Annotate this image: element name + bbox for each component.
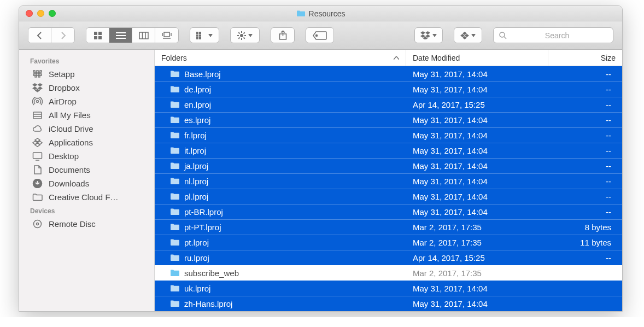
share-group <box>271 27 295 43</box>
svg-point-30 <box>316 34 318 36</box>
dropbox-icon <box>31 83 43 92</box>
file-name: Base.lproj <box>184 69 221 79</box>
svg-rect-42 <box>38 75 40 77</box>
sidebar-item[interactable]: Downloads <box>19 177 154 190</box>
file-row[interactable]: de.lprojMay 31, 2017, 14:04-- <box>155 81 622 97</box>
svg-rect-10 <box>164 32 169 37</box>
svg-point-31 <box>500 32 505 37</box>
sidebar-item[interactable]: Creative Cloud F… <box>19 190 154 204</box>
sidebar-item-label: iCloud Drive <box>49 124 93 133</box>
file-row[interactable]: it.lprojMay 31, 2017, 14:04-- <box>155 143 622 158</box>
download-icon <box>31 179 43 188</box>
view-columns-button[interactable] <box>132 27 155 43</box>
sidebar-item[interactable]: Dropbox <box>19 81 154 95</box>
file-name-cell: es.lproj <box>155 115 406 125</box>
file-list[interactable]: Base.lprojMay 31, 2017, 14:04--de.lprojM… <box>155 66 622 311</box>
sidebar-item[interactable]: AirDrop <box>19 95 154 108</box>
svg-rect-2 <box>94 36 97 39</box>
folder-icon <box>170 131 180 139</box>
file-name-cell: Base.lproj <box>155 69 406 79</box>
sidebar-item[interactable]: Documents <box>19 163 154 177</box>
desktop-icon <box>31 151 43 161</box>
search-icon <box>499 32 507 39</box>
file-row[interactable]: pt-PT.lprojMar 2, 2017, 17:358 bytes <box>155 219 622 235</box>
file-date: Apr 14, 2017, 15:25 <box>406 253 548 262</box>
column-name[interactable]: Folders <box>155 50 406 66</box>
svg-rect-15 <box>199 32 201 34</box>
sidebar-item[interactable]: Remote Disc <box>19 217 154 231</box>
file-date: May 31, 2017, 14:04 <box>406 177 548 186</box>
file-name-cell: pt.lproj <box>155 238 406 247</box>
file-size: -- <box>548 161 622 171</box>
sidebar-item-label: Desktop <box>49 151 79 161</box>
forward-button[interactable] <box>51 27 74 43</box>
file-name-cell: subscribe_web <box>155 268 406 278</box>
file-date: Mar 2, 2017, 17:35 <box>406 223 548 232</box>
disc-icon <box>31 219 43 229</box>
zoom-button[interactable] <box>49 10 56 17</box>
file-row[interactable]: uk.lprojMay 31, 2017, 14:04 <box>155 281 622 296</box>
column-date[interactable]: Date Modified <box>406 50 548 66</box>
column-size-label: Size <box>601 54 616 62</box>
grid-icon <box>31 69 43 79</box>
sidebar-item[interactable]: Setapp <box>19 67 154 81</box>
search-input[interactable] <box>507 31 607 40</box>
sidebar-item[interactable]: iCloud Drive <box>19 122 154 136</box>
file-name: fr.lproj <box>184 131 207 140</box>
file-name-cell: ja.lproj <box>155 161 406 171</box>
view-icons-button[interactable] <box>86 27 109 43</box>
svg-line-27 <box>238 37 239 38</box>
back-button[interactable] <box>28 27 51 43</box>
file-size: -- <box>548 115 622 125</box>
svg-rect-3 <box>98 36 102 39</box>
file-row[interactable]: nl.lprojMay 31, 2017, 14:04-- <box>155 173 622 189</box>
column-size[interactable]: Size <box>548 50 622 66</box>
svg-rect-19 <box>199 37 201 39</box>
file-row[interactable]: pt.lprojMar 2, 2017, 17:3511 bytes <box>155 235 622 250</box>
file-row[interactable]: ja.lprojMay 31, 2017, 14:04-- <box>155 158 622 173</box>
view-group <box>86 27 179 43</box>
sidebar-item[interactable]: Desktop <box>19 149 154 163</box>
file-row[interactable]: subscribe_webMar 2, 2017, 17:35 <box>155 265 622 281</box>
sidebar-item[interactable]: All My Files <box>19 108 154 122</box>
file-row[interactable]: pl.lprojMay 31, 2017, 14:04-- <box>155 189 622 204</box>
close-button[interactable] <box>26 10 33 17</box>
sidebar-item[interactable]: Applications <box>19 136 154 149</box>
file-date: May 31, 2017, 14:04 <box>406 192 548 201</box>
file-size: -- <box>548 69 622 79</box>
svg-line-25 <box>238 32 239 33</box>
share-button[interactable] <box>271 27 294 43</box>
sync-button[interactable] <box>454 27 482 43</box>
dropbox2-group <box>454 27 482 43</box>
file-size: -- <box>548 100 622 109</box>
tags-button[interactable] <box>306 27 333 43</box>
arrange-button[interactable] <box>190 27 219 43</box>
action-button[interactable] <box>231 27 259 43</box>
nav-group <box>28 27 75 43</box>
dropbox-button[interactable] <box>415 27 442 43</box>
file-name-cell: ru.lproj <box>155 253 406 262</box>
view-coverflow-button[interactable] <box>155 27 178 43</box>
file-name: it.lproj <box>184 146 206 155</box>
svg-line-28 <box>244 32 245 33</box>
file-row[interactable]: en.lprojApr 14, 2017, 15:25-- <box>155 97 622 112</box>
file-name-cell: pt-BR.lproj <box>155 207 406 217</box>
search-field[interactable] <box>493 27 613 43</box>
folder-icon <box>170 269 180 277</box>
file-size: -- <box>548 131 622 140</box>
file-name-cell: it.lproj <box>155 146 406 155</box>
doc-icon <box>31 165 43 174</box>
minimize-button[interactable] <box>37 10 44 17</box>
svg-rect-41 <box>35 75 37 77</box>
file-name: es.lproj <box>184 115 210 125</box>
folder-icon <box>170 254 180 261</box>
file-row[interactable]: es.lprojMay 31, 2017, 14:04-- <box>155 112 622 127</box>
view-list-button[interactable] <box>109 27 132 43</box>
file-row[interactable]: fr.lprojMay 31, 2017, 14:04-- <box>155 127 622 143</box>
file-size: -- <box>548 253 622 262</box>
file-row[interactable]: ru.lprojApr 14, 2017, 15:25-- <box>155 250 622 265</box>
file-row[interactable]: zh-Hans.lprojMay 31, 2017, 14:04 <box>155 296 622 311</box>
file-row[interactable]: pt-BR.lprojMay 31, 2017, 14:04-- <box>155 204 622 219</box>
file-row[interactable]: Base.lprojMay 31, 2017, 14:04-- <box>155 66 622 81</box>
folder-icon <box>170 116 180 124</box>
